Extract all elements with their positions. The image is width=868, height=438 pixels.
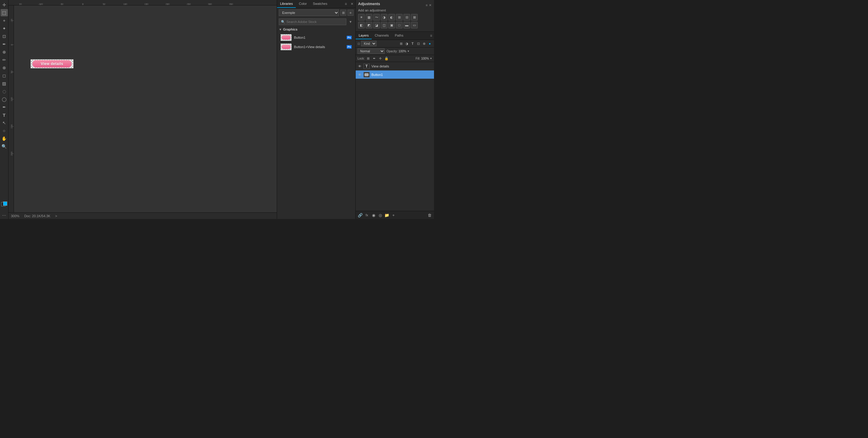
clone-stamp[interactable]: ⊗ bbox=[1, 64, 8, 71]
filter-shape-icon[interactable]: ⊡ bbox=[416, 41, 421, 46]
fill-row: Fill: 100% ▼ bbox=[415, 57, 432, 60]
fill-value[interactable]: 100% bbox=[421, 57, 429, 60]
list-item[interactable]: Button1+View details Ps bbox=[279, 42, 353, 52]
list-item[interactable]: Button1 Ps bbox=[279, 33, 353, 42]
adj-channelmix-icon[interactable]: ◩ bbox=[366, 22, 372, 28]
brush-tool[interactable]: ✏ bbox=[1, 56, 8, 64]
layer-thumbnail: T bbox=[364, 64, 370, 69]
adjustment-icons-row-2: ◧ ◩ ◪ ◫ ▣ □ ▬ ▭ bbox=[358, 22, 432, 28]
eyedropper[interactable]: ✒ bbox=[1, 40, 8, 48]
fill-chevron-icon[interactable]: ▼ bbox=[430, 57, 432, 60]
filter-kind-select[interactable]: Kind bbox=[361, 41, 376, 46]
adjustments-panel: Adjustments ≡ ✕ Add an adjustment ☀ ▦ 〜 … bbox=[356, 0, 434, 32]
search-row: 🔍 ▼ bbox=[277, 17, 355, 26]
search-adobe-stock-input[interactable] bbox=[286, 20, 344, 24]
layer-visibility-toggle[interactable]: 👁 bbox=[358, 64, 362, 68]
opacity-chevron-icon[interactable]: ▼ bbox=[407, 50, 409, 53]
table-row[interactable]: 👁 Button1 bbox=[356, 70, 434, 79]
select-tool[interactable]: ⬚ bbox=[1, 9, 8, 16]
new-group-icon[interactable]: 📁 bbox=[384, 212, 390, 218]
gradient-tool[interactable]: ▨ bbox=[1, 80, 8, 87]
graphics-section-header[interactable]: ▼ Graphics bbox=[277, 26, 355, 32]
tab-swatches[interactable]: Swatches bbox=[310, 0, 330, 8]
adj-levels-icon[interactable]: ▦ bbox=[366, 14, 372, 21]
filter-smart-icon[interactable]: ⊗ bbox=[422, 41, 427, 46]
filter-pixel-icon[interactable]: ⊞ bbox=[399, 41, 403, 46]
lock-pixels-icon[interactable]: ⊞ bbox=[366, 56, 371, 61]
adj-selective-icon[interactable]: ▭ bbox=[411, 22, 418, 28]
tab-color[interactable]: Color bbox=[296, 0, 310, 8]
tab-channels[interactable]: Channels bbox=[372, 32, 392, 39]
layer-visibility-toggle[interactable]: 👁 bbox=[358, 72, 362, 77]
delete-layer-icon[interactable]: 🗑 bbox=[427, 212, 432, 218]
adj-colorbalance-icon[interactable]: ⊟ bbox=[403, 14, 410, 21]
lock-position-icon[interactable]: ✒ bbox=[372, 56, 377, 61]
panel-close-icon[interactable]: ✕ bbox=[349, 0, 355, 8]
lock-all-icon[interactable]: 🔒 bbox=[384, 56, 389, 61]
opacity-value[interactable]: 100% bbox=[399, 50, 406, 53]
graphics-thumb-1 bbox=[281, 34, 291, 41]
adj-photofilter-icon[interactable]: ◧ bbox=[358, 22, 365, 28]
table-row[interactable]: 👁 T View details bbox=[356, 62, 434, 70]
ruler-tick bbox=[104, 4, 104, 5]
adj-invert-icon[interactable]: ◫ bbox=[381, 22, 388, 28]
heal-tool[interactable]: ⊕ bbox=[1, 49, 8, 56]
hand-tool[interactable]: ✋ bbox=[1, 135, 8, 142]
foreground-color-swatch[interactable] bbox=[3, 201, 7, 206]
ruler-tick-v bbox=[12, 99, 13, 99]
layer-name: Button1 bbox=[371, 73, 432, 76]
blur-tool[interactable]: ◌ bbox=[1, 88, 8, 95]
tab-layers[interactable]: Layers bbox=[356, 32, 372, 39]
filter-toggle-icon[interactable]: ● bbox=[427, 41, 432, 46]
graphics-grid: Button1 Ps Button1+View details Ps bbox=[277, 32, 355, 52]
panel-menu-icon[interactable]: ≡ bbox=[343, 0, 349, 8]
pen-tool[interactable]: ✒ bbox=[1, 103, 8, 111]
adj-posterize-icon[interactable]: ▣ bbox=[388, 22, 395, 28]
library-dropdown[interactable]: Exemple bbox=[279, 9, 339, 16]
tab-paths[interactable]: Paths bbox=[392, 32, 406, 39]
adj-hsl-icon[interactable]: ⊞ bbox=[396, 14, 403, 21]
opacity-label: Opacity: bbox=[386, 50, 398, 53]
blend-mode-select[interactable]: Normal bbox=[358, 49, 385, 54]
dodge-tool[interactable]: ◯ bbox=[1, 96, 8, 103]
search-options-btn[interactable]: ▼ bbox=[347, 19, 353, 25]
crop-tool[interactable]: ⊡ bbox=[1, 33, 8, 40]
move-tool[interactable]: ✛ bbox=[1, 1, 8, 8]
new-adjustment-icon[interactable]: ◎ bbox=[377, 212, 383, 218]
tab-libraries[interactable]: Libraries bbox=[277, 0, 296, 8]
eraser-tool[interactable]: ◻ bbox=[1, 72, 8, 79]
ruler-tick bbox=[62, 4, 62, 5]
adj-curves-icon[interactable]: 〜 bbox=[373, 14, 380, 21]
new-layer-icon[interactable]: + bbox=[391, 212, 396, 218]
adjustments-menu-icon[interactable]: ≡ bbox=[426, 3, 428, 7]
more-tools[interactable]: … bbox=[1, 211, 8, 218]
ps-badge-2: Ps bbox=[347, 45, 352, 49]
zoom-tool[interactable]: 🔍 bbox=[1, 143, 8, 150]
shape-tool[interactable]: ○ bbox=[1, 127, 8, 134]
graphics-item-label-1: Button1 bbox=[294, 36, 344, 39]
lasso-tool[interactable]: ⌖ bbox=[1, 17, 8, 24]
adj-vibrance-icon[interactable]: ◐ bbox=[388, 14, 395, 21]
status-arrow[interactable]: > bbox=[55, 214, 57, 218]
text-tool[interactable]: T bbox=[1, 111, 8, 119]
layer-style-icon[interactable]: fx bbox=[364, 212, 370, 218]
adj-brightness-icon[interactable]: ☀ bbox=[358, 14, 365, 21]
path-select[interactable]: ↖ bbox=[1, 119, 8, 126]
filter-type-icon[interactable]: T bbox=[410, 41, 415, 46]
layers-menu-icon[interactable]: ≡ bbox=[428, 32, 434, 40]
link-layers-icon[interactable]: 🔗 bbox=[358, 212, 363, 218]
magic-wand[interactable]: ✦ bbox=[1, 25, 8, 32]
filter-adjust-icon[interactable]: ◑ bbox=[404, 41, 409, 46]
add-mask-icon[interactable]: ◉ bbox=[371, 212, 376, 218]
adj-gradient-icon[interactable]: ▬ bbox=[403, 22, 410, 28]
adj-colorlookup-icon[interactable]: ◪ bbox=[373, 22, 380, 28]
list-view-btn[interactable]: ≡ bbox=[347, 10, 353, 16]
adj-bw-icon[interactable]: ⊠ bbox=[411, 14, 418, 21]
adjustments-close-icon[interactable]: ✕ bbox=[429, 3, 432, 7]
adj-threshold-icon[interactable]: □ bbox=[396, 22, 403, 28]
canvas-background[interactable]: View details bbox=[14, 5, 277, 212]
grid-view-btn[interactable]: ⊞ bbox=[340, 10, 346, 16]
lock-artboard-icon[interactable]: ✛ bbox=[378, 56, 383, 61]
adj-exposure-icon[interactable]: ◑ bbox=[381, 14, 388, 21]
layers-blend-row: Normal Opacity: 100% ▼ bbox=[356, 48, 434, 55]
